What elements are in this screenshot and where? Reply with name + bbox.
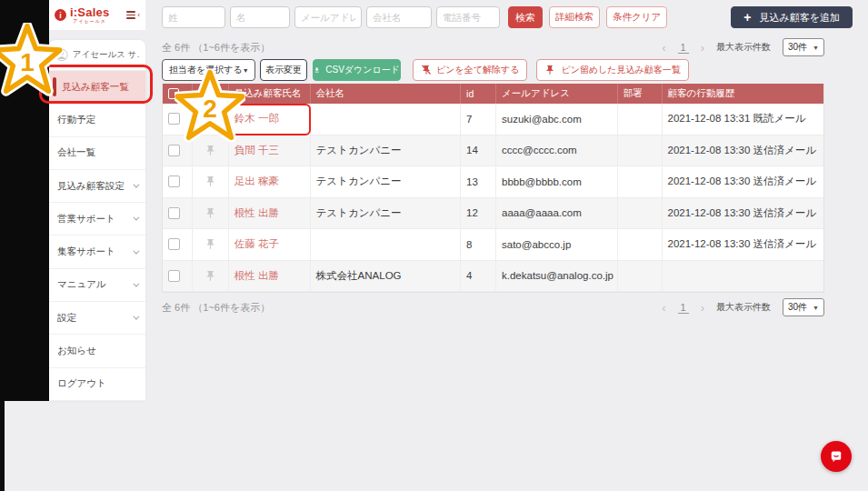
pin-toggle[interactable] xyxy=(198,238,223,250)
cell-company xyxy=(310,104,461,135)
unpin-all-button[interactable]: ピンを全て解除する xyxy=(413,59,527,81)
chevron-down-icon xyxy=(133,215,139,221)
cell-company xyxy=(310,229,461,260)
clear-conditions-button[interactable]: 条件クリア xyxy=(606,6,667,28)
cell-company: 株式会社ANALOG xyxy=(310,261,461,292)
customer-name-link[interactable]: 根性 出勝 xyxy=(234,269,279,283)
cell-name: 鈴木 一郎 xyxy=(228,104,310,135)
nav-backdrop-panel xyxy=(0,0,49,401)
sidebar-item[interactable]: お知らせ xyxy=(49,335,145,367)
pin-icon xyxy=(205,270,216,282)
assignee-select[interactable]: 担当者を選択する ▼ xyxy=(162,59,255,81)
chevron-down-icon xyxy=(133,314,139,320)
sidebar-item[interactable]: 設定 xyxy=(49,302,145,335)
sidebar-item[interactable]: ログアウト xyxy=(49,368,145,401)
search-input[interactable] xyxy=(294,6,362,28)
column-header: id xyxy=(460,84,495,104)
cell-id: 4 xyxy=(460,261,495,292)
sidebar-item-label: お知らせ xyxy=(57,345,96,357)
row-checkbox[interactable] xyxy=(168,207,180,219)
user-profile[interactable]: アイセールス サ… xyxy=(49,40,145,71)
sidebar-item[interactable]: 会社一覧 xyxy=(49,137,145,170)
cell-name: 根性 出勝 xyxy=(228,198,310,229)
chevron-down-icon xyxy=(133,247,139,254)
results-meta-bottom: 全 6件 （1~6件を表示） ‹ 1 › 最大表示件数 30件 ▼ xyxy=(162,300,824,315)
results-summary: 全 6件 （1~6件を表示） xyxy=(162,301,270,315)
cell-email: suzuki@abc.com xyxy=(495,104,617,135)
pin-toggle[interactable] xyxy=(198,207,223,219)
search-bar: 検索 詳細検索 条件クリア + 見込み顧客を追加 xyxy=(162,6,853,28)
cell-email: sato@abcco.jp xyxy=(495,229,617,260)
customer-name-link[interactable]: 鈴木 一郎 xyxy=(234,112,279,125)
chevron-down-icon: ▼ xyxy=(813,305,819,311)
customer-name-link[interactable]: 根性 出勝 xyxy=(234,206,279,220)
sidebar-item-label: 集客サポート xyxy=(57,246,115,258)
customer-name-link[interactable]: 負間 千三 xyxy=(234,144,279,157)
prev-page-button[interactable]: ‹ xyxy=(662,41,665,55)
brand-subtitle: アイセールス xyxy=(70,19,109,24)
sidebar-item[interactable]: マニュアル xyxy=(49,269,145,302)
row-checkbox[interactable] xyxy=(168,270,180,282)
cell-company: テストカンパニー xyxy=(310,166,461,197)
display-change-button[interactable]: 表示変更 xyxy=(260,59,307,81)
row-select-cell xyxy=(163,198,192,229)
brand-name: i:Sales xyxy=(70,6,109,18)
row-select-cell xyxy=(163,166,192,197)
select-all-checkbox[interactable] xyxy=(168,88,179,99)
pin-toggle[interactable] xyxy=(198,145,223,156)
next-page-button[interactable]: › xyxy=(701,301,704,315)
search-input[interactable] xyxy=(162,6,225,28)
pin-icon xyxy=(205,207,216,219)
csv-download-button[interactable]: CSVダウンロード xyxy=(313,59,401,81)
pin-icon xyxy=(544,65,555,75)
add-prospect-button[interactable]: + 見込み顧客を追加 xyxy=(731,6,853,28)
search-button[interactable]: 検索 xyxy=(508,6,543,28)
customer-name-link[interactable]: 佐藤 花子 xyxy=(234,237,279,251)
sidebar-item[interactable]: 集客サポート xyxy=(49,235,145,268)
max-rows-select[interactable]: 30件 ▼ xyxy=(783,38,824,56)
customer-name-link[interactable]: 足出 稼豪 xyxy=(234,175,279,188)
advanced-search-button[interactable]: 詳細検索 xyxy=(549,6,600,28)
pagination-bottom: ‹ 1 › 最大表示件数 30件 ▼ xyxy=(662,298,824,316)
cell-name: 足出 稼豪 xyxy=(228,166,310,197)
cell-email: bbbb@bbbb.com xyxy=(495,166,617,197)
row-checkbox[interactable] xyxy=(168,145,180,156)
prev-page-button[interactable]: ‹ xyxy=(662,301,665,315)
row-select-cell xyxy=(163,229,192,260)
sidebar-item[interactable]: 見込み顧客一覧 xyxy=(49,71,145,104)
row-checkbox[interactable] xyxy=(168,175,180,187)
page-number[interactable]: 1 xyxy=(678,42,689,54)
search-input[interactable] xyxy=(366,6,432,28)
next-page-button[interactable]: › xyxy=(701,41,704,55)
table-row: 足出 稼豪テストカンパニー13bbbb@bbbb.com2021-12-08 1… xyxy=(163,166,823,198)
sidebar-item[interactable]: 行動予定 xyxy=(49,104,145,136)
unpin-all-label: ピンを全て解除する xyxy=(436,64,519,76)
search-input[interactable] xyxy=(230,6,290,28)
max-rows-select[interactable]: 30件 ▼ xyxy=(783,298,824,316)
sidebar-item-label: ログアウト xyxy=(57,377,106,390)
column-header: 会社名 xyxy=(310,84,461,104)
csv-download-label: CSVダウンロード xyxy=(325,64,400,76)
sidebar-item[interactable]: 営業サポート xyxy=(49,203,145,235)
row-pin-cell xyxy=(192,166,228,197)
cell-history: 2021-12-08 13:30 送信済メール xyxy=(662,166,823,197)
search-input[interactable] xyxy=(436,6,500,28)
cell-dept xyxy=(617,229,662,260)
pin-toggle[interactable] xyxy=(198,113,223,125)
page-number[interactable]: 1 xyxy=(678,302,689,314)
pin-toggle[interactable] xyxy=(198,270,223,282)
menu-fold-icon[interactable]: ‹ xyxy=(126,11,140,19)
pin-toggle[interactable] xyxy=(198,175,223,187)
cell-id: 12 xyxy=(460,198,495,229)
sidebar-item[interactable]: 見込み顧客設定 xyxy=(49,170,145,203)
download-icon xyxy=(314,65,320,75)
cell-history: 2021-12-08 13:31 既読メール xyxy=(662,104,823,135)
chat-support-button[interactable] xyxy=(821,441,852,472)
row-checkbox[interactable] xyxy=(168,238,180,250)
max-rows-value: 30件 xyxy=(788,301,807,314)
unpin-icon xyxy=(421,65,432,75)
cell-dept xyxy=(617,104,662,135)
row-checkbox[interactable] xyxy=(168,113,180,125)
sidebar-item-label: 営業サポート xyxy=(57,213,115,225)
pinned-list-button[interactable]: ピン留めした見込み顧客一覧 xyxy=(536,59,688,81)
